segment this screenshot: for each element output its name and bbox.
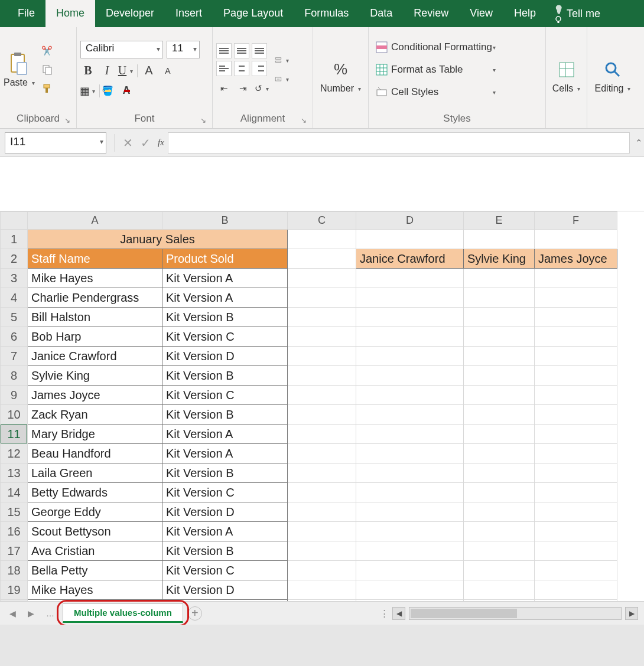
cell-F2[interactable]: James Joyce [535, 249, 617, 269]
row-header[interactable]: 5 [1, 308, 28, 327]
cell[interactable] [356, 541, 464, 561]
cell[interactable] [464, 541, 535, 561]
cell-E2[interactable]: Sylvie King [464, 249, 535, 269]
cell[interactable] [356, 230, 464, 249]
formula-input[interactable] [168, 132, 630, 154]
cell[interactable] [288, 288, 356, 308]
row-header[interactable]: 18 [1, 561, 28, 580]
cell[interactable] [464, 269, 535, 288]
cell[interactable]: Kit Version B [162, 463, 288, 483]
cell[interactable] [356, 366, 464, 386]
col-header-F[interactable]: F [535, 212, 617, 230]
sheet-nav-next[interactable]: ▶ [24, 606, 38, 621]
cell[interactable] [535, 561, 617, 580]
cell[interactable]: George Eddy [28, 502, 162, 522]
row-header[interactable]: 12 [1, 444, 28, 463]
row-header[interactable]: 14 [1, 483, 28, 502]
cell[interactable] [535, 405, 617, 425]
cell[interactable] [288, 522, 356, 541]
cell[interactable]: Scout Bettyson [28, 522, 162, 541]
bold-button[interactable]: B [80, 63, 96, 79]
cell[interactable] [464, 230, 535, 249]
cell[interactable] [535, 230, 617, 249]
cell[interactable] [464, 366, 535, 386]
cell[interactable] [464, 463, 535, 483]
sheet-nav-more[interactable]: … [43, 606, 58, 621]
cell[interactable]: Kit Version A [162, 288, 288, 308]
cell[interactable] [464, 561, 535, 580]
cell[interactable]: Kit Version D [162, 347, 288, 366]
cell[interactable] [535, 580, 617, 600]
paste-button[interactable]: Paste [4, 51, 35, 88]
cell[interactable] [535, 366, 617, 386]
cell[interactable] [288, 327, 356, 347]
cell-title[interactable]: January Sales [28, 230, 288, 249]
tab-developer[interactable]: Developer [95, 0, 165, 27]
hscroll-track[interactable] [409, 607, 622, 620]
cell[interactable] [356, 269, 464, 288]
align-right-button[interactable] [252, 61, 267, 76]
number-format-button[interactable]: % Number [320, 57, 361, 94]
hscroll-thumb[interactable] [411, 609, 517, 618]
underline-button[interactable]: U [118, 63, 134, 79]
row-header[interactable]: 19 [1, 580, 28, 600]
borders-button[interactable] [80, 83, 96, 99]
cell[interactable] [464, 288, 535, 308]
cell[interactable] [288, 483, 356, 502]
cell[interactable] [535, 444, 617, 463]
row-header[interactable]: 6 [1, 327, 28, 347]
conditional-formatting-button[interactable]: Conditional Formatting [372, 39, 496, 56]
cell[interactable] [535, 269, 617, 288]
cell[interactable]: James Joyce [28, 386, 162, 405]
font-size-dropdown[interactable]: 11 [167, 41, 200, 58]
cell[interactable]: Kit Version A [162, 522, 288, 541]
cell[interactable]: Janice Crawford [28, 347, 162, 366]
cell[interactable] [356, 288, 464, 308]
tab-data[interactable]: Data [359, 0, 403, 27]
tell-me[interactable]: Tell me [547, 0, 607, 27]
cell[interactable] [356, 327, 464, 347]
hscroll-left[interactable]: ◀ [392, 607, 405, 620]
cell[interactable] [464, 347, 535, 366]
dec-indent-button[interactable]: ⇤ [216, 81, 232, 96]
row-header[interactable]: 2 [1, 249, 28, 269]
cell-D2[interactable]: Janice Crawford [356, 249, 464, 269]
col-header-A[interactable]: A [28, 212, 162, 230]
cell[interactable]: Kit Version D [162, 502, 288, 522]
cell[interactable] [288, 308, 356, 327]
cell[interactable] [288, 347, 356, 366]
cell[interactable] [356, 522, 464, 541]
cell[interactable]: Charlie Pendergrass [28, 288, 162, 308]
col-header-B[interactable]: B [162, 212, 288, 230]
cell[interactable] [288, 405, 356, 425]
cell[interactable]: Mike Hayes [28, 580, 162, 600]
col-header-E[interactable]: E [464, 212, 535, 230]
orientation-button[interactable]: ↺ [254, 81, 269, 96]
cell[interactable] [356, 425, 464, 444]
cell[interactable] [535, 425, 617, 444]
select-all-corner[interactable] [1, 212, 28, 230]
cell[interactable]: Sylvie King [28, 366, 162, 386]
row-header[interactable]: 11 [1, 425, 28, 444]
align-top-button[interactable] [216, 43, 232, 58]
wrap-text-button[interactable] [274, 53, 290, 68]
cell-header-a[interactable]: Staff Name [28, 249, 162, 269]
cell[interactable] [464, 308, 535, 327]
sheet-nav-prev[interactable]: ◀ [6, 606, 19, 621]
cut-icon[interactable]: ✂️ [40, 43, 55, 58]
expand-formula-bar[interactable]: ⌃ [633, 138, 644, 148]
cell[interactable]: Zack Ryan [28, 405, 162, 425]
shrink-font-button[interactable] [160, 63, 175, 79]
hscroll-right[interactable]: ▶ [625, 607, 638, 620]
col-header-C[interactable]: C [288, 212, 356, 230]
col-header-D[interactable]: D [356, 212, 464, 230]
tab-view[interactable]: View [459, 0, 503, 27]
cell[interactable] [356, 580, 464, 600]
fx-icon[interactable]: fx [158, 138, 164, 148]
align-middle-button[interactable] [234, 43, 249, 58]
cell[interactable]: Kit Version C [162, 327, 288, 347]
cell[interactable] [535, 522, 617, 541]
cell[interactable]: Kit Version C [162, 483, 288, 502]
editing-button[interactable]: Editing [595, 57, 631, 94]
cell[interactable]: Bella Petty [28, 561, 162, 580]
